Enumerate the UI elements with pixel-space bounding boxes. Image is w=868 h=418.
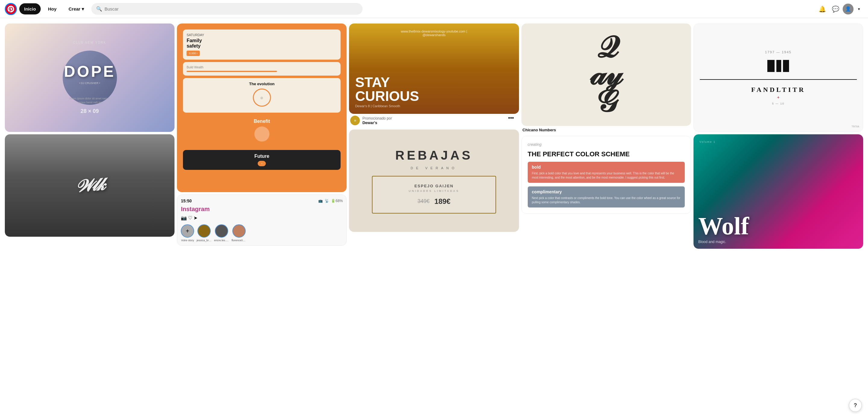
pin-rebajas[interactable]: REBAJAS DE VERANO ESPEJO GAIJEN UNIDADES… — [349, 129, 519, 232]
pin-fandltitr[interactable]: 1797 — 1945 FANDLTITR + 5 — 10 TikTok — [693, 24, 863, 132]
pin-calligraphy[interactable]: 𝒬𝒶𝓎𝒢 Chicano Numbers — [521, 24, 691, 133]
header: Inicio Hoy Crear ▾ 🔍 🔔 💬 👤 ▾ — [0, 0, 868, 18]
chat-icon: 💬 — [832, 5, 839, 13]
more-options-button[interactable]: ••• — [507, 114, 516, 122]
chevron-down-icon: ▾ — [82, 6, 84, 12]
search-input[interactable] — [104, 6, 358, 11]
pin-dewars[interactable]: www.the8mix-dewarsmixology-youtube.com |… — [349, 24, 519, 127]
bell-icon: 🔔 — [818, 5, 826, 13]
pin-wolf[interactable]: Volume 1 Wolf Blood and magic. — [693, 134, 863, 249]
pin-fintech[interactable]: SATURDAY Familysafety 0,000 › Build Weal… — [177, 24, 347, 192]
account-chevron-button[interactable]: ▾ — [855, 5, 863, 13]
notifications-button[interactable]: 🔔 — [816, 3, 828, 15]
nav-hoy-button[interactable]: Hoy — [43, 3, 61, 14]
pinterest-logo[interactable] — [5, 3, 17, 15]
nav-inicio-button[interactable]: Inicio — [19, 3, 41, 14]
pin-dope[interactable]: CLUB NEW YORK DOPE • DJ CRUSHER • lorem … — [5, 24, 175, 132]
nav-crear-button[interactable]: Crear ▾ — [64, 3, 89, 15]
pin-colorscheme[interactable]: creating THE PERFECT COLOR SCHEME bold F… — [521, 136, 691, 214]
header-icons: 🔔 💬 👤 ▾ — [816, 3, 863, 15]
promoted-text-block: Promocionado por Dewar's — [362, 116, 392, 125]
brand-avatar: D — [350, 116, 360, 125]
chevron-down-icon: ▾ — [858, 7, 860, 11]
pin-instagram[interactable]: 15:50 📺📡🔋68% Instagram 📷 ♡ ➤ + Votre sto… — [177, 195, 347, 246]
pin-grid: CLUB NEW YORK DOPE • DJ CRUSHER • lorem … — [2, 21, 866, 251]
user-icon: 👤 — [845, 6, 851, 12]
pin-graffiti[interactable]: 𝒲𝓁𝓀 — [5, 134, 175, 237]
search-icon: 🔍 — [96, 6, 102, 12]
avatar[interactable]: 👤 — [843, 4, 854, 14]
pin-calligraphy-info: Chicano Numbers — [521, 126, 691, 133]
pin-promoted-info: D Promocionado por Dewar's ••• — [349, 114, 519, 127]
main-content: CLUB NEW YORK DOPE • DJ CRUSHER • lorem … — [0, 0, 868, 251]
messages-button[interactable]: 💬 — [830, 3, 841, 15]
search-bar: 🔍 — [91, 3, 363, 15]
